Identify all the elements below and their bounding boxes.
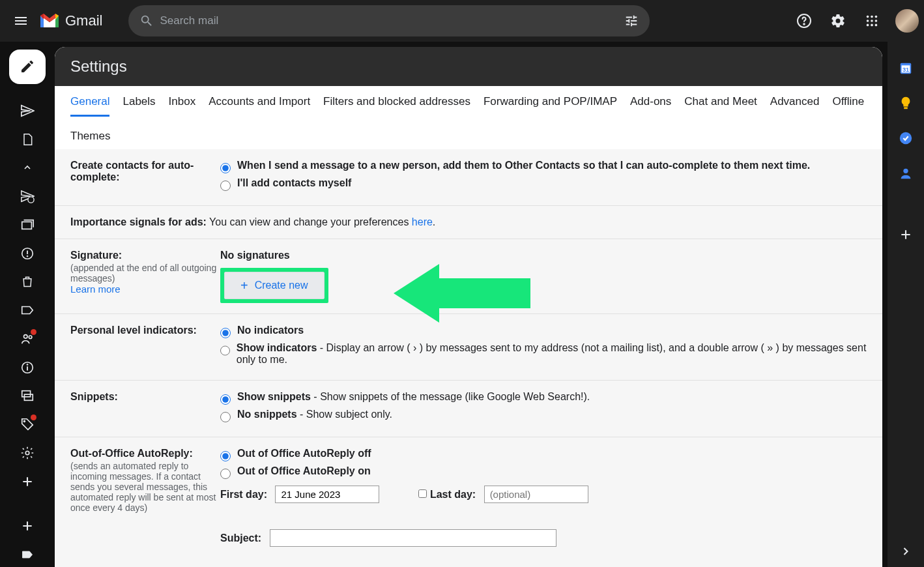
main-menu-button[interactable] <box>5 5 36 36</box>
spam-icon <box>20 246 35 261</box>
search-options-button[interactable] <box>618 8 644 34</box>
svg-point-7 <box>875 20 878 22</box>
calendar-app-button[interactable]: 31 <box>898 60 914 76</box>
snippets-opt-show[interactable] <box>220 394 231 405</box>
svg-text:31: 31 <box>902 66 909 73</box>
settings-button[interactable] <box>824 7 852 35</box>
hamburger-icon <box>13 13 29 29</box>
tab-chat[interactable]: Chat and Meet <box>684 95 757 117</box>
contacts-opt-manual[interactable] <box>220 181 231 191</box>
search-bar[interactable] <box>128 5 650 36</box>
nav-all-mail[interactable] <box>14 212 40 237</box>
indicators-opt-show[interactable] <box>220 345 230 356</box>
ads-preferences-link[interactable]: here <box>412 216 433 227</box>
section-snippets: Snippets: Show snippets - Show snippets … <box>55 381 882 437</box>
tab-filters[interactable]: Filters and blocked addresses <box>323 95 470 117</box>
apps-grid-icon <box>865 14 879 28</box>
create-signature-button[interactable]: + Create new <box>224 272 325 299</box>
indicators-opt-none[interactable] <box>220 328 231 338</box>
support-button[interactable] <box>790 7 818 35</box>
svg-point-21 <box>23 420 25 422</box>
svg-point-2 <box>867 16 869 18</box>
snippets-label: Snippets: <box>70 391 220 403</box>
tab-addons[interactable]: Add-ons <box>630 95 671 117</box>
signature-learn-more-link[interactable]: Learn more <box>70 284 121 295</box>
svg-point-14 <box>27 255 28 257</box>
nav-categories[interactable] <box>14 298 40 323</box>
tab-advanced[interactable]: Advanced <box>770 95 820 117</box>
tab-themes[interactable]: Themes <box>70 130 110 149</box>
stacked-mail-icon <box>20 218 35 232</box>
nav-forums[interactable] <box>14 384 40 409</box>
ooo-last-day-checkbox[interactable] <box>418 489 427 498</box>
plus-icon <box>21 519 34 532</box>
svg-rect-27 <box>904 107 908 109</box>
nav-sent[interactable] <box>14 98 40 123</box>
nav-collapse[interactable] <box>14 155 40 180</box>
nav-updates[interactable] <box>14 355 40 380</box>
keep-app-button[interactable] <box>898 95 914 111</box>
notification-dot <box>31 414 36 420</box>
settings-body[interactable]: Create contacts for auto-complete: When … <box>55 149 882 567</box>
app-header: Gmail <box>0 0 924 42</box>
svg-point-4 <box>875 16 878 18</box>
svg-point-18 <box>27 364 28 365</box>
ooo-first-day-input[interactable] <box>275 486 379 503</box>
label-icon <box>20 303 35 317</box>
plus-icon: + <box>240 279 248 292</box>
ooo-subject-input[interactable] <box>270 529 556 547</box>
account-avatar[interactable] <box>895 9 919 33</box>
svg-point-29 <box>903 169 908 173</box>
svg-point-16 <box>29 336 32 339</box>
section-ooo: Out-of-Office AutoReply: (sends an autom… <box>55 437 882 557</box>
ooo-last-day-input[interactable] <box>484 486 588 503</box>
nav-social[interactable] <box>14 327 40 351</box>
tab-inbox[interactable]: Inbox <box>169 95 196 117</box>
hide-side-panel-button[interactable] <box>898 544 914 559</box>
nav-promotions[interactable] <box>14 412 40 437</box>
nav-create-label[interactable] <box>14 469 40 494</box>
plus-icon <box>21 475 34 488</box>
left-nav <box>0 42 55 567</box>
snippets-opt-none[interactable] <box>220 412 231 422</box>
tab-offline[interactable]: Offline <box>832 95 864 117</box>
svg-point-5 <box>867 20 869 22</box>
nav-spam[interactable] <box>14 241 40 266</box>
apps-button[interactable] <box>858 7 886 35</box>
tab-labels[interactable]: Labels <box>123 95 155 117</box>
indicators-opt-show-rest: - Display an arrow ( › ) by messages sen… <box>237 342 867 365</box>
ads-text-post: . <box>433 216 435 227</box>
compose-button[interactable] <box>9 50 46 84</box>
contacts-opt-manual-label: I'll add contacts myself <box>237 177 351 189</box>
tab-forwarding[interactable]: Forwarding and POP/IMAP <box>484 95 617 117</box>
nav-new-label[interactable] <box>14 514 40 538</box>
indicators-opt-none-label: No indicators <box>237 325 304 336</box>
create-new-highlight: + Create new <box>220 268 328 303</box>
gear-icon <box>830 13 846 29</box>
pencil-icon <box>20 59 35 74</box>
ooo-opt-off[interactable] <box>220 451 231 461</box>
svg-point-15 <box>24 334 28 338</box>
search-icon[interactable] <box>134 8 160 34</box>
nav-trash[interactable] <box>14 269 40 294</box>
contacts-opt-auto-label: When I send a message to a new person, a… <box>237 160 810 171</box>
snippets-opt-none-rest: - Show subject only. <box>297 409 392 420</box>
nav-manage-labels[interactable] <box>14 441 40 465</box>
nav-label-item[interactable] <box>14 542 40 567</box>
no-signatures-text: No signatures <box>220 250 867 261</box>
svg-point-8 <box>867 24 869 27</box>
search-input[interactable] <box>160 14 618 27</box>
tab-accounts[interactable]: Accounts and Import <box>209 95 310 117</box>
nav-drafts[interactable] <box>14 127 40 152</box>
nav-scheduled[interactable] <box>14 184 40 209</box>
ooo-opt-on[interactable] <box>220 469 231 479</box>
gmail-logo[interactable]: Gmail <box>39 12 102 29</box>
tasks-app-button[interactable] <box>898 130 914 146</box>
tab-general[interactable]: General <box>70 95 109 117</box>
svg-rect-19 <box>22 391 31 397</box>
get-addons-button[interactable] <box>899 227 912 245</box>
contacts-opt-auto[interactable] <box>220 163 231 173</box>
svg-point-9 <box>871 24 873 27</box>
contacts-app-button[interactable] <box>898 166 914 181</box>
header-actions <box>790 7 919 35</box>
